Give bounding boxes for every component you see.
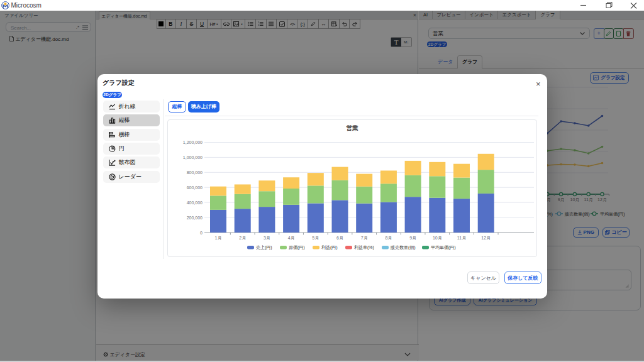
svg-text:売上(円): 売上(円) [256,245,272,250]
svg-text:400,000: 400,000 [187,200,203,205]
svg-text:平均単価(円): 平均単価(円) [431,245,456,250]
svg-text:800,000: 800,000 [187,170,203,175]
svg-text:12月: 12月 [481,236,491,241]
svg-text:10月: 10月 [433,236,442,241]
svg-text:11月: 11月 [457,236,466,241]
svg-text:5月: 5月 [312,236,319,241]
svg-text:1,200,000: 1,200,000 [183,140,203,145]
svg-text:販売数量(個): 販売数量(個) [391,245,416,250]
svg-text:3月: 3月 [264,236,270,241]
svg-text:4月: 4月 [288,236,295,241]
svg-text:利益(円): 利益(円) [321,245,338,250]
svg-text:9月: 9月 [409,236,416,241]
svg-text:200,000: 200,000 [187,216,203,220]
svg-text:600,000: 600,000 [187,185,203,190]
svg-text:原価(円): 原価(円) [289,245,305,250]
svg-text:利益率(%): 利益率(%) [354,245,374,250]
svg-text:8月: 8月 [385,236,392,241]
svg-text:1月: 1月 [215,236,222,241]
svg-text:0: 0 [200,231,203,235]
svg-text:営業: 営業 [347,124,359,131]
svg-text:6月: 6月 [336,236,343,241]
svg-text:1,000,000: 1,000,000 [183,155,203,160]
svg-text:7月: 7月 [361,236,368,241]
svg-text:2月: 2月 [239,236,246,241]
